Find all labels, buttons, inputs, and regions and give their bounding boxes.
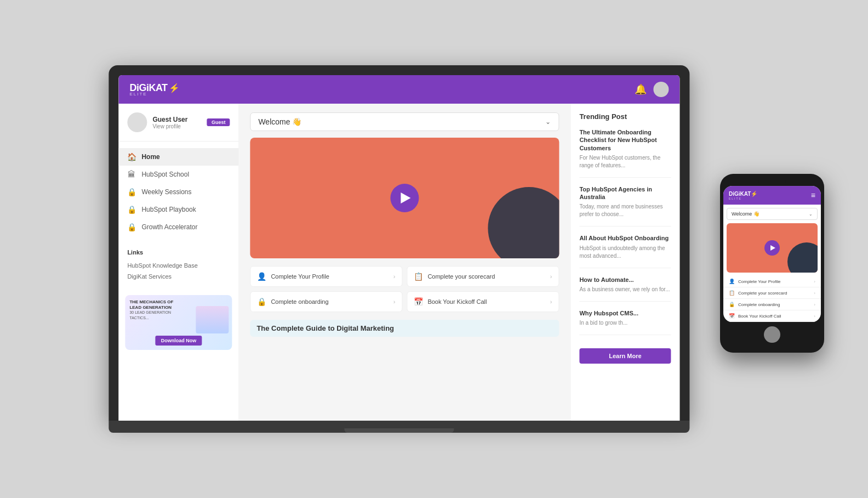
guest-badge: Guest bbox=[207, 118, 230, 126]
phone-scorecard-icon: 📋 bbox=[729, 290, 735, 296]
phone-welcome-dropdown[interactable]: Welcome 👋 ⌄ bbox=[727, 208, 818, 220]
post-title-3: All About HubSpot Onboarding bbox=[579, 234, 671, 242]
phone-play-button[interactable] bbox=[764, 240, 780, 256]
link-digikat-services[interactable]: DigiKat Services bbox=[127, 271, 230, 282]
banner-download-button[interactable]: Download Now bbox=[156, 336, 202, 346]
trending-post-4: How to Automate... As a business owner, … bbox=[579, 276, 671, 302]
phone-arrow-4: › bbox=[814, 314, 815, 319]
phone-label-profile: Complete Your Profile bbox=[738, 279, 810, 284]
arrow-icon-2: › bbox=[550, 273, 552, 280]
view-profile-link[interactable]: View profile bbox=[152, 123, 201, 129]
phone-action-scorecard[interactable]: 📋 Complete your scorecard › bbox=[723, 287, 821, 299]
bell-icon[interactable]: 🔔 bbox=[635, 83, 647, 95]
onboarding-icon: 🔒 bbox=[257, 297, 266, 306]
phone-play-triangle-icon bbox=[770, 245, 775, 251]
link-hubspot-knowledge[interactable]: HubSpot Knowledge Base bbox=[127, 260, 230, 271]
action-label-onboarding: Complete onboarding bbox=[271, 298, 389, 305]
phone-action-onboarding[interactable]: 🔒 Complete onboarding › bbox=[723, 299, 821, 310]
phone-video-container bbox=[727, 223, 818, 273]
phone-notch bbox=[758, 179, 786, 184]
main-content: Welcome 👋 ⌄ 👤 Complet bbox=[239, 104, 570, 421]
right-sidebar: Trending Post The Ultimate Onboarding Ch… bbox=[570, 104, 679, 421]
avatar[interactable] bbox=[653, 82, 669, 97]
sidebar-label-hubspot-playbook: HubSpot Playbook bbox=[141, 206, 196, 213]
trending-post-1: The Ultimate Onboarding Checklist for Ne… bbox=[579, 128, 671, 178]
calendar-icon: 📅 bbox=[414, 297, 423, 306]
laptop-base bbox=[108, 421, 689, 433]
play-button[interactable] bbox=[390, 184, 419, 212]
links-heading: Links bbox=[127, 249, 230, 256]
sidebar-item-home[interactable]: 🏠 Home bbox=[118, 148, 238, 166]
logo-bolt: ⚡ bbox=[169, 83, 180, 93]
phone-arrow-3: › bbox=[814, 302, 815, 307]
phone-lock-icon: 🔒 bbox=[729, 302, 735, 307]
phone-welcome-text: Welcome 👋 bbox=[732, 211, 760, 217]
action-complete-onboarding[interactable]: 🔒 Complete onboarding › bbox=[250, 291, 402, 312]
trending-post-3: All About HubSpot Onboarding HubSpot is … bbox=[579, 234, 671, 268]
app-body: Guest User View profile Guest 🏠 Home bbox=[118, 104, 679, 421]
lock-icon-1: 🔒 bbox=[127, 188, 136, 196]
home-icon: 🏠 bbox=[127, 152, 136, 161]
laptop-device: DiGiKAT⚡ ELITE 🔔 bbox=[108, 65, 689, 433]
action-complete-scorecard[interactable]: 📋 Complete your scorecard › bbox=[407, 266, 559, 287]
banner-title: THE MECHANICS OF LEAD GENERATION30 LEAD … bbox=[129, 299, 173, 320]
logo-area: DiGiKAT⚡ ELITE bbox=[129, 82, 179, 97]
sidebar-item-hubspot-school[interactable]: 🏛 HubSpot School bbox=[118, 166, 238, 183]
arrow-icon-1: › bbox=[393, 273, 396, 280]
sidebar-item-hubspot-playbook[interactable]: 🔒 HubSpot Playbook bbox=[118, 201, 238, 218]
sidebar-label-weekly-sessions: Weekly Sessions bbox=[141, 188, 191, 196]
lock-icon-3: 🔒 bbox=[127, 223, 136, 231]
phone-chevron-icon: ⌄ bbox=[809, 212, 813, 217]
phone-label-kickoff: Book Your Kickoff Call bbox=[738, 314, 810, 319]
trending-title: Trending Post bbox=[579, 112, 671, 121]
learn-more-button[interactable]: Learn More bbox=[579, 348, 671, 364]
phone-calendar-icon: 📅 bbox=[729, 313, 735, 319]
phone-label-scorecard: Complete your scorecard bbox=[738, 291, 810, 296]
post-excerpt-4: As a business owner, we rely on for... bbox=[579, 286, 671, 293]
phone-menu-icon[interactable]: ≡ bbox=[811, 191, 815, 200]
action-complete-profile[interactable]: 👤 Complete Your Profile › bbox=[250, 266, 402, 287]
post-title-4: How to Automate... bbox=[579, 276, 671, 284]
phone-action-profile[interactable]: 👤 Complete Your Profile › bbox=[723, 276, 821, 287]
laptop-body: DiGiKAT⚡ ELITE 🔔 bbox=[108, 65, 689, 421]
app-header: DiGiKAT⚡ ELITE 🔔 bbox=[118, 75, 679, 104]
links-section: Links HubSpot Knowledge Base DigiKat Ser… bbox=[118, 242, 238, 288]
post-excerpt-5: In a bid to grow th... bbox=[579, 319, 671, 327]
phone-profile-icon: 👤 bbox=[729, 279, 735, 284]
lock-icon-2: 🔒 bbox=[127, 205, 136, 214]
arrow-icon-4: › bbox=[550, 298, 552, 305]
sidebar-item-weekly-sessions[interactable]: 🔒 Weekly Sessions bbox=[118, 183, 238, 201]
phone-action-kickoff[interactable]: 📅 Book Your Kickoff Call › bbox=[723, 310, 821, 322]
sidebar-label-hubspot-school: HubSpot School bbox=[141, 171, 189, 178]
logo-elite: ELITE bbox=[129, 92, 147, 97]
phone-screen: DiGiKAT⚡ ELITE ≡ Welcome 👋 ⌄ 👤 bbox=[723, 186, 821, 322]
phone-arrow-2: › bbox=[814, 291, 815, 296]
laptop-screen: DiGiKAT⚡ ELITE 🔔 bbox=[118, 75, 679, 421]
sidebar-item-growth-accelerator[interactable]: 🔒 Growth Accelerator bbox=[118, 218, 238, 236]
nav-items: 🏠 Home 🏛 HubSpot School 🔒 Weekly Session… bbox=[118, 142, 238, 242]
sidebar-label-home: Home bbox=[141, 153, 159, 161]
action-book-kickoff[interactable]: 📅 Book Your Kickoff Call › bbox=[407, 291, 559, 312]
video-container bbox=[250, 138, 559, 258]
post-excerpt-3: HubSpot is undoubtedly among the most ad… bbox=[579, 245, 671, 260]
user-section: Guest User View profile Guest bbox=[118, 112, 238, 142]
phone-logo: DiGiKAT⚡ bbox=[729, 191, 757, 197]
action-label-scorecard: Complete your scorecard bbox=[427, 273, 545, 280]
phone-header: DiGiKAT⚡ ELITE ≡ bbox=[723, 186, 821, 205]
post-excerpt-1: For New HubSpot customers, the range of … bbox=[579, 154, 671, 169]
action-label-kickoff: Book Your Kickoff Call bbox=[427, 298, 545, 305]
profile-icon: 👤 bbox=[257, 272, 266, 281]
phone-label-onboarding: Complete onboarding bbox=[738, 302, 810, 307]
welcome-text: Welcome 👋 bbox=[258, 117, 301, 126]
arrow-icon-3: › bbox=[393, 298, 396, 305]
scene: DiGiKAT⚡ ELITE 🔔 bbox=[0, 0, 868, 498]
welcome-dropdown[interactable]: Welcome 👋 ⌄ bbox=[250, 112, 559, 131]
trending-post-5: Why Hubspot CMS... In a bid to grow th..… bbox=[579, 309, 671, 335]
trending-post-2: Top HubSpot Agencies in Australia Today,… bbox=[579, 185, 671, 227]
phone-home-button[interactable] bbox=[764, 326, 780, 343]
action-grid: 👤 Complete Your Profile › 📋 Complete you… bbox=[250, 266, 559, 312]
guide-box: The Complete Guide to Digital Marketing bbox=[250, 320, 559, 337]
phone-body: DiGiKAT⚡ ELITE ≡ Welcome 👋 ⌄ 👤 bbox=[720, 174, 824, 353]
chevron-down-icon: ⌄ bbox=[545, 118, 551, 126]
post-title-2: Top HubSpot Agencies in Australia bbox=[579, 185, 671, 201]
